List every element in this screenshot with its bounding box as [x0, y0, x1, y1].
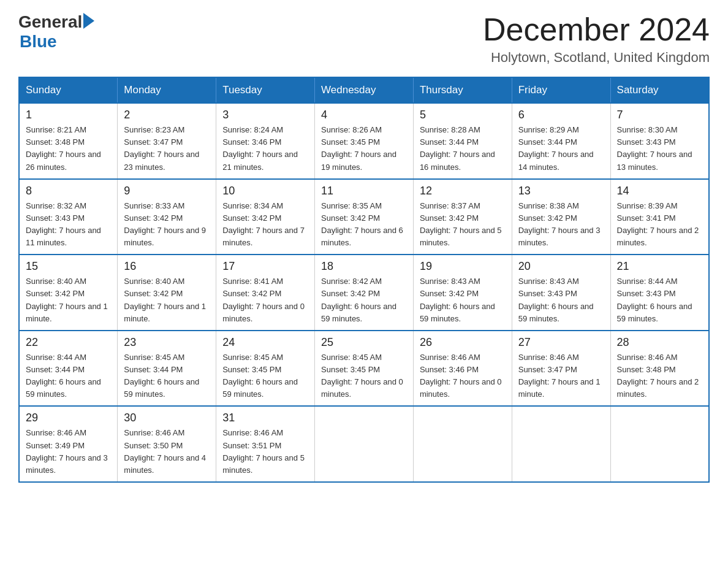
- calendar-cell: 6Sunrise: 8:29 AMSunset: 3:44 PMDaylight…: [512, 103, 610, 179]
- calendar-cell: 14Sunrise: 8:39 AMSunset: 3:41 PMDayligh…: [610, 179, 709, 255]
- day-info: Sunrise: 8:30 AMSunset: 3:43 PMDaylight:…: [617, 124, 702, 174]
- calendar-cell: 25Sunrise: 8:45 AMSunset: 3:45 PMDayligh…: [315, 331, 414, 407]
- header-cell-saturday: Saturday: [610, 77, 709, 103]
- calendar-cell: 9Sunrise: 8:33 AMSunset: 3:42 PMDaylight…: [118, 179, 216, 255]
- calendar-cell: 30Sunrise: 8:46 AMSunset: 3:50 PMDayligh…: [118, 406, 216, 482]
- day-info: Sunrise: 8:46 AMSunset: 3:48 PMDaylight:…: [617, 351, 702, 401]
- calendar-cell: 11Sunrise: 8:35 AMSunset: 3:42 PMDayligh…: [315, 179, 414, 255]
- logo: General Blue: [18, 12, 94, 52]
- day-info: Sunrise: 8:40 AMSunset: 3:42 PMDaylight:…: [124, 275, 210, 325]
- day-info: Sunrise: 8:28 AMSunset: 3:44 PMDaylight:…: [420, 124, 506, 174]
- day-info: Sunrise: 8:34 AMSunset: 3:42 PMDaylight:…: [222, 200, 308, 250]
- calendar-cell: 28Sunrise: 8:46 AMSunset: 3:48 PMDayligh…: [610, 331, 709, 407]
- calendar-cell: 22Sunrise: 8:44 AMSunset: 3:44 PMDayligh…: [19, 331, 118, 407]
- week-row-3: 15Sunrise: 8:40 AMSunset: 3:42 PMDayligh…: [19, 255, 709, 331]
- day-number: 7: [617, 109, 702, 121]
- header-cell-monday: Monday: [118, 77, 216, 103]
- day-number: 5: [420, 109, 506, 121]
- day-info: Sunrise: 8:46 AMSunset: 3:50 PMDaylight:…: [124, 427, 210, 477]
- day-info: Sunrise: 8:44 AMSunset: 3:43 PMDaylight:…: [617, 275, 702, 325]
- calendar-cell: 3Sunrise: 8:24 AMSunset: 3:46 PMDaylight…: [216, 103, 315, 179]
- calendar-cell: 15Sunrise: 8:40 AMSunset: 3:42 PMDayligh…: [19, 255, 118, 331]
- header-cell-wednesday: Wednesday: [315, 77, 414, 103]
- calendar-cell: 5Sunrise: 8:28 AMSunset: 3:44 PMDaylight…: [413, 103, 512, 179]
- day-number: 22: [26, 336, 111, 349]
- day-info: Sunrise: 8:46 AMSunset: 3:49 PMDaylight:…: [26, 427, 111, 477]
- day-number: 18: [321, 260, 407, 273]
- day-info: Sunrise: 8:35 AMSunset: 3:42 PMDaylight:…: [321, 200, 407, 250]
- calendar-cell: 18Sunrise: 8:42 AMSunset: 3:42 PMDayligh…: [315, 255, 414, 331]
- day-info: Sunrise: 8:45 AMSunset: 3:45 PMDaylight:…: [321, 351, 407, 401]
- day-info: Sunrise: 8:41 AMSunset: 3:42 PMDaylight:…: [222, 275, 308, 325]
- day-number: 3: [222, 109, 308, 121]
- day-number: 14: [617, 185, 702, 197]
- week-row-2: 8Sunrise: 8:32 AMSunset: 3:43 PMDaylight…: [19, 179, 709, 255]
- calendar-body: 1Sunrise: 8:21 AMSunset: 3:48 PMDaylight…: [19, 103, 709, 482]
- day-number: 21: [617, 260, 702, 273]
- calendar-cell: [610, 406, 709, 482]
- calendar-cell: 16Sunrise: 8:40 AMSunset: 3:42 PMDayligh…: [118, 255, 216, 331]
- day-number: 1: [26, 109, 111, 121]
- calendar-cell: [512, 406, 610, 482]
- day-number: 13: [518, 185, 604, 197]
- day-number: 26: [420, 336, 506, 349]
- calendar-cell: 23Sunrise: 8:45 AMSunset: 3:44 PMDayligh…: [118, 331, 216, 407]
- logo-arrow-icon: [83, 13, 94, 29]
- calendar-cell: 12Sunrise: 8:37 AMSunset: 3:42 PMDayligh…: [413, 179, 512, 255]
- day-info: Sunrise: 8:43 AMSunset: 3:43 PMDaylight:…: [518, 275, 604, 325]
- calendar-cell: 17Sunrise: 8:41 AMSunset: 3:42 PMDayligh…: [216, 255, 315, 331]
- day-info: Sunrise: 8:46 AMSunset: 3:47 PMDaylight:…: [518, 351, 604, 401]
- day-info: Sunrise: 8:42 AMSunset: 3:42 PMDaylight:…: [321, 275, 407, 325]
- calendar-cell: 24Sunrise: 8:45 AMSunset: 3:45 PMDayligh…: [216, 331, 315, 407]
- day-number: 17: [222, 260, 308, 273]
- day-number: 31: [222, 412, 308, 424]
- day-info: Sunrise: 8:37 AMSunset: 3:42 PMDaylight:…: [420, 200, 506, 250]
- header-row: SundayMondayTuesdayWednesdayThursdayFrid…: [19, 77, 709, 103]
- day-info: Sunrise: 8:40 AMSunset: 3:42 PMDaylight:…: [26, 275, 111, 325]
- day-info: Sunrise: 8:21 AMSunset: 3:48 PMDaylight:…: [26, 124, 111, 174]
- day-number: 28: [617, 336, 702, 349]
- day-number: 4: [321, 109, 407, 121]
- day-info: Sunrise: 8:45 AMSunset: 3:45 PMDaylight:…: [222, 351, 308, 401]
- day-info: Sunrise: 8:33 AMSunset: 3:42 PMDaylight:…: [124, 200, 210, 250]
- day-number: 30: [124, 412, 210, 424]
- title-area: December 2024 Holytown, Scotland, United…: [483, 12, 710, 66]
- day-info: Sunrise: 8:24 AMSunset: 3:46 PMDaylight:…: [222, 124, 308, 174]
- week-row-1: 1Sunrise: 8:21 AMSunset: 3:48 PMDaylight…: [19, 103, 709, 179]
- calendar-cell: 29Sunrise: 8:46 AMSunset: 3:49 PMDayligh…: [19, 406, 118, 482]
- calendar-cell: 19Sunrise: 8:43 AMSunset: 3:42 PMDayligh…: [413, 255, 512, 331]
- day-number: 12: [420, 185, 506, 197]
- day-info: Sunrise: 8:45 AMSunset: 3:44 PMDaylight:…: [124, 351, 210, 401]
- day-number: 6: [518, 109, 604, 121]
- header-cell-friday: Friday: [512, 77, 610, 103]
- week-row-5: 29Sunrise: 8:46 AMSunset: 3:49 PMDayligh…: [19, 406, 709, 482]
- page-title: December 2024: [483, 12, 710, 47]
- day-info: Sunrise: 8:44 AMSunset: 3:44 PMDaylight:…: [26, 351, 111, 401]
- calendar-cell: 31Sunrise: 8:46 AMSunset: 3:51 PMDayligh…: [216, 406, 315, 482]
- day-info: Sunrise: 8:23 AMSunset: 3:47 PMDaylight:…: [124, 124, 210, 174]
- day-number: 19: [420, 260, 506, 273]
- calendar-header: SundayMondayTuesdayWednesdayThursdayFrid…: [19, 77, 709, 103]
- day-number: 2: [124, 109, 210, 121]
- calendar-cell: 26Sunrise: 8:46 AMSunset: 3:46 PMDayligh…: [413, 331, 512, 407]
- calendar-cell: [413, 406, 512, 482]
- day-info: Sunrise: 8:29 AMSunset: 3:44 PMDaylight:…: [518, 124, 604, 174]
- day-number: 27: [518, 336, 604, 349]
- header-cell-tuesday: Tuesday: [216, 77, 315, 103]
- logo-blue-text: Blue: [20, 32, 94, 52]
- page-header: General Blue December 2024 Holytown, Sco…: [18, 12, 710, 66]
- day-info: Sunrise: 8:38 AMSunset: 3:42 PMDaylight:…: [518, 200, 604, 250]
- logo-general-text: General: [18, 12, 82, 32]
- calendar-table: SundayMondayTuesdayWednesdayThursdayFrid…: [18, 77, 710, 483]
- day-info: Sunrise: 8:46 AMSunset: 3:51 PMDaylight:…: [222, 427, 308, 477]
- calendar-cell: 10Sunrise: 8:34 AMSunset: 3:42 PMDayligh…: [216, 179, 315, 255]
- day-number: 9: [124, 185, 210, 197]
- calendar-cell: 1Sunrise: 8:21 AMSunset: 3:48 PMDaylight…: [19, 103, 118, 179]
- day-number: 29: [26, 412, 111, 424]
- day-number: 8: [26, 185, 111, 197]
- header-cell-thursday: Thursday: [413, 77, 512, 103]
- calendar-cell: 7Sunrise: 8:30 AMSunset: 3:43 PMDaylight…: [610, 103, 709, 179]
- day-number: 23: [124, 336, 210, 349]
- day-number: 25: [321, 336, 407, 349]
- day-number: 16: [124, 260, 210, 273]
